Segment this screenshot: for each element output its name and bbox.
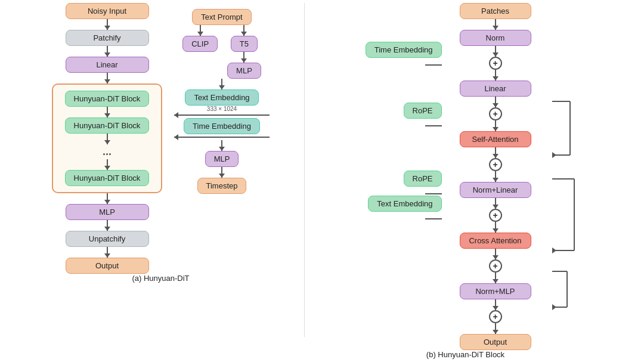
te-hline xyxy=(174,115,270,116)
linear-node: Linear xyxy=(66,57,149,73)
self-attention-node: Self-Attention xyxy=(460,131,531,147)
text-emb-h-line xyxy=(425,218,442,219)
plus-circle-3: + xyxy=(489,158,502,171)
arrow-5 xyxy=(107,220,108,231)
tme-arrowhead xyxy=(174,134,178,140)
te-arrow-left xyxy=(174,115,270,116)
plus-circle-6: + xyxy=(489,310,502,323)
cross-attention-node: Cross Attention xyxy=(460,233,531,249)
norm-linear-node: Norm+Linear xyxy=(460,182,531,198)
plus-circle-1: + xyxy=(489,57,502,70)
arrow-1 xyxy=(107,19,108,30)
clip-branch: CLIP xyxy=(182,25,218,52)
b-arrow-5 xyxy=(495,120,496,131)
arrow-h2 xyxy=(107,134,108,144)
b-arrow-11 xyxy=(495,273,496,283)
time-embedding-b-node: Time Embedding xyxy=(366,42,442,58)
b-center: Patches Norm + Linear + Self-Attention +… xyxy=(442,3,549,350)
t5-node: T5 xyxy=(231,36,258,52)
arrow-2 xyxy=(107,46,108,57)
text-embedding-size: 333 × 1024 xyxy=(207,106,237,112)
svg-marker-7 xyxy=(552,247,556,253)
col-main: Noisy Input Patchify Linear Hunyuan-DiT … xyxy=(52,3,162,274)
text-prompt-node: Text Prompt xyxy=(192,9,251,25)
diagram-a: Noisy Input Patchify Linear Hunyuan-DiT … xyxy=(36,3,286,283)
svg-marker-11 xyxy=(552,304,556,310)
timestep-node: Timestep xyxy=(197,178,247,194)
patchify-node: Patchify xyxy=(66,30,149,46)
tme-arrow-left xyxy=(174,137,270,138)
text-embedding-node: Text Embedding xyxy=(185,89,258,106)
patches-node: Patches xyxy=(460,3,531,19)
norm-mlp-node: Norm+MLP xyxy=(460,283,531,299)
b-arrow-9 xyxy=(495,222,496,233)
plus-circle-5: + xyxy=(489,259,502,273)
output-b-node: Output xyxy=(460,334,531,350)
divider xyxy=(304,3,305,337)
b-main: Time Embedding RoPE RoPE Text Embedding xyxy=(358,3,573,350)
skip-svg xyxy=(549,3,579,319)
arrow-mlp1 xyxy=(243,52,244,63)
b-arrow-13 xyxy=(495,323,496,334)
main-container: Noisy Input Patchify Linear Hunyuan-DiT … xyxy=(0,0,644,362)
col-right: Text Prompt CLIP T5 MLP Text Embeddin xyxy=(174,3,270,194)
arrow-6 xyxy=(107,247,108,258)
t5-branch: T5 MLP xyxy=(227,25,261,79)
arrow-ts xyxy=(221,167,222,178)
plus-circle-2: + xyxy=(489,107,502,120)
rope2-group: RoPE xyxy=(404,171,442,194)
arrow-clip xyxy=(200,25,201,36)
te-h-line xyxy=(425,64,442,66)
te-arrowhead xyxy=(174,112,178,118)
b-left: Time Embedding RoPE RoPE Text Embedding xyxy=(358,3,442,219)
unpatchify-node: Unpatchify xyxy=(66,231,149,247)
arrow-3 xyxy=(107,73,108,83)
clip-node: CLIP xyxy=(182,36,218,52)
mlp2-node: MLP xyxy=(205,151,239,167)
arrow-h1 xyxy=(107,107,108,117)
hunyuan-block-3: Hunyuan-DiT Block xyxy=(65,170,150,186)
rope1-h-line xyxy=(425,125,442,126)
hunyuan-block-1: Hunyuan-DiT Block xyxy=(65,91,150,107)
b-arrow-8 xyxy=(495,198,496,209)
b-arrow-12 xyxy=(495,299,496,310)
b-arrow-7 xyxy=(495,171,496,182)
b-arrow-4 xyxy=(495,97,496,107)
hunyuan-block-2: Hunyuan-DiT Block xyxy=(65,117,150,134)
rope2-node: RoPE xyxy=(404,171,442,187)
b-arrow-1 xyxy=(495,19,496,30)
te-left-group: Time Embedding xyxy=(366,42,442,66)
clip-t5-row: CLIP T5 MLP xyxy=(182,25,261,79)
linear-b-node: Linear xyxy=(460,81,531,97)
rope2-h-line xyxy=(425,193,442,194)
b-arrow-10 xyxy=(495,249,496,259)
text-embedding-b-node: Text Embedding xyxy=(368,196,441,212)
mlp1-node: MLP xyxy=(227,63,261,79)
diagram-a-caption: (a) Hunyuan-DiT xyxy=(132,274,189,283)
output-node: Output xyxy=(66,258,149,274)
text-prompt-node-wrapper: Text Prompt xyxy=(192,9,251,25)
rope1-node: RoPE xyxy=(404,103,442,119)
noisy-input-node: Noisy Input xyxy=(66,3,149,19)
arrow-mlp2 xyxy=(221,140,222,151)
diagram-a-inner: Noisy Input Patchify Linear Hunyuan-DiT … xyxy=(52,3,270,274)
arrow-4 xyxy=(107,193,108,204)
b-arrow-6 xyxy=(495,147,496,158)
plus-circle-4: + xyxy=(489,209,502,222)
svg-marker-3 xyxy=(552,152,556,158)
rope1-group: RoPE xyxy=(404,103,442,126)
diagram-b: Time Embedding RoPE RoPE Text Embedding xyxy=(323,3,609,359)
text-emb-group: Text Embedding xyxy=(368,196,441,219)
arrow-t5 xyxy=(243,25,244,36)
b-arrow-3 xyxy=(495,70,496,81)
hunyuan-container: Hunyuan-DiT Block Hunyuan-DiT Block ... … xyxy=(52,83,162,193)
dots: ... xyxy=(103,146,112,158)
tme-hline xyxy=(174,137,270,138)
arrow-te xyxy=(221,79,222,89)
b-arrow-2 xyxy=(495,46,496,57)
arrow-h3 xyxy=(107,159,108,170)
time-embedding-node: Time Embedding xyxy=(184,118,260,134)
mlp-node: MLP xyxy=(66,204,149,220)
norm-node: Norm xyxy=(460,30,531,46)
diagram-b-caption: (b) Hunyuan-DiT Block xyxy=(426,350,504,359)
